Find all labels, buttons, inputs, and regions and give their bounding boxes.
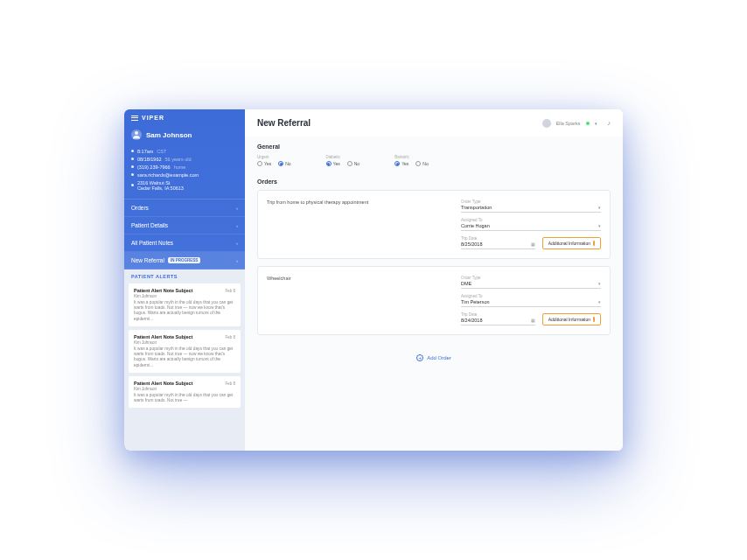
order-description: Trip from home to physical therapy appoi… bbox=[267, 200, 443, 205]
radio-option[interactable]: Yes bbox=[394, 161, 408, 166]
radio-group: DiabeticYesNo bbox=[326, 155, 360, 166]
info-time: 8:17amCST bbox=[131, 147, 238, 155]
brand-bar: VIPER bbox=[124, 109, 245, 126]
radio-icon bbox=[347, 161, 353, 166]
alert-body: It was a popular myth in the old days th… bbox=[134, 346, 235, 368]
radio-label: Bariatric bbox=[394, 155, 429, 159]
nav-orders[interactable]: Orders› bbox=[124, 200, 245, 217]
main-panel: New Referral Ella Sparks ▾ ♪ General Urg… bbox=[245, 109, 623, 451]
alert-author: Kim Johnson bbox=[134, 294, 235, 298]
radio-icon bbox=[415, 161, 421, 166]
radio-icon bbox=[257, 161, 262, 166]
clock-icon bbox=[131, 150, 134, 152]
chevron-right-icon: › bbox=[236, 258, 238, 263]
info-addr: 2316 Walnut StCedar Falls, IA 50613 bbox=[131, 178, 238, 192]
plus-circle-icon: + bbox=[416, 354, 423, 361]
alert-card[interactable]: Patient Alert Note SubjectFeb 8Kim Johns… bbox=[129, 284, 241, 326]
trip-date-field[interactable]: Trip Date8/25/2018▦ bbox=[461, 236, 535, 249]
chevron-down-icon: ▾ bbox=[598, 299, 601, 304]
person-icon bbox=[131, 130, 142, 140]
radio-label: Diabetic bbox=[326, 155, 360, 159]
radio-option[interactable]: No bbox=[415, 161, 428, 166]
radio-group: BariatricYesNo bbox=[394, 155, 429, 166]
alert-body: It was a popular myth in the old days th… bbox=[134, 300, 235, 322]
brand-name: VIPER bbox=[142, 115, 164, 121]
avatar bbox=[542, 119, 551, 128]
alert-date: Feb 8 bbox=[225, 382, 235, 386]
alert-icon bbox=[593, 241, 595, 246]
assigned-to-field[interactable]: Assigned ToTim Peterson▾ bbox=[461, 294, 601, 307]
chevron-down-icon: ▾ bbox=[598, 281, 601, 286]
order-card: WheelchairOrder TypeDME▾Assigned ToTim P… bbox=[257, 266, 611, 335]
alert-date: Feb 8 bbox=[225, 289, 235, 293]
calendar-icon: ▦ bbox=[531, 318, 535, 323]
page-title: New Referral bbox=[257, 118, 311, 128]
add-order-row: + Add Order bbox=[257, 342, 611, 368]
add-order-button[interactable]: + Add Order bbox=[416, 354, 451, 361]
info-dob: 08/18/196256 years old bbox=[131, 155, 238, 163]
nav-patient-details[interactable]: Patient Details› bbox=[124, 217, 245, 234]
pin-icon bbox=[131, 184, 134, 186]
calendar-icon: ▦ bbox=[531, 242, 535, 247]
order-type-field[interactable]: Order TypeDME▾ bbox=[461, 276, 601, 289]
mail-icon bbox=[131, 173, 134, 176]
general-section: UrgentYesNoDiabeticYesNoBariatricYesNo bbox=[257, 155, 611, 166]
radio-icon bbox=[278, 161, 283, 166]
alert-subject: Patient Alert Note Subject bbox=[134, 381, 192, 386]
order-description: Wheelchair bbox=[267, 276, 443, 281]
assigned-to-field[interactable]: Assigned ToCorrie Hogan▾ bbox=[461, 218, 601, 231]
radio-icon bbox=[326, 161, 332, 166]
radio-option[interactable]: Yes bbox=[257, 161, 271, 166]
patient-name: Sam Johnson bbox=[146, 131, 192, 139]
svg-point-0 bbox=[135, 131, 138, 135]
menu-icon[interactable] bbox=[131, 116, 138, 121]
chevron-down-icon: ▾ bbox=[598, 205, 601, 210]
orders-title: Orders bbox=[257, 178, 611, 185]
order-card: Trip from home to physical therapy appoi… bbox=[257, 190, 611, 259]
user-name: Ella Sparks bbox=[556, 121, 581, 126]
bell-icon[interactable]: ♪ bbox=[608, 120, 611, 126]
patient-alerts-section: PATIENT ALERTS Patient Alert Note Subjec… bbox=[124, 270, 245, 451]
radio-option[interactable]: No bbox=[278, 161, 290, 166]
sidebar-nav: Orders› Patient Details› All Patient Not… bbox=[124, 199, 245, 270]
alert-subject: Patient Alert Note Subject bbox=[134, 288, 192, 293]
patient-info: 8:17amCST 08/18/196256 years old (319) 2… bbox=[124, 147, 245, 199]
trip-date-field[interactable]: Trip Date8/24/2018▦ bbox=[461, 312, 535, 326]
nav-new-referral[interactable]: New ReferralIN PROGRESS› bbox=[124, 252, 245, 270]
alert-date: Feb 8 bbox=[225, 335, 235, 340]
info-email: sara.richards@example.com bbox=[131, 171, 238, 178]
alert-card[interactable]: Patient Alert Note SubjectFeb 8Kim Johns… bbox=[129, 376, 241, 408]
radio-group: UrgentYesNo bbox=[257, 155, 291, 166]
status-dot-icon bbox=[586, 122, 590, 125]
radio-option[interactable]: No bbox=[347, 161, 360, 166]
alert-body: It was a popular myth in the old days th… bbox=[134, 393, 235, 403]
content: General UrgentYesNoDiabeticYesNoBariatri… bbox=[245, 136, 623, 451]
chevron-right-icon: › bbox=[236, 241, 238, 246]
status-badge: IN PROGRESS bbox=[168, 257, 200, 263]
general-title: General bbox=[257, 144, 611, 150]
alerts-header: PATIENT ALERTS bbox=[124, 270, 245, 284]
info-phone: (319) 239-7966home bbox=[131, 163, 238, 171]
radio-icon bbox=[394, 161, 400, 166]
star-icon bbox=[131, 158, 134, 160]
app-window: VIPER Sam Johnson 8:17amCST 08/18/196256… bbox=[124, 109, 623, 451]
alert-author: Kim Johnson bbox=[134, 340, 235, 345]
alert-card[interactable]: Patient Alert Note SubjectFeb 8Kim Johns… bbox=[129, 330, 241, 373]
chevron-right-icon: › bbox=[236, 206, 238, 211]
order-type-field[interactable]: Order TypeTransportation▾ bbox=[461, 200, 601, 213]
additional-info-button[interactable]: Additional Information bbox=[542, 313, 601, 326]
patient-header: Sam Johnson bbox=[124, 126, 245, 147]
phone-icon bbox=[131, 165, 134, 168]
user-menu[interactable]: Ella Sparks ▾ ♪ bbox=[542, 119, 611, 128]
radio-label: Urgent bbox=[257, 155, 291, 159]
nav-patient-notes[interactable]: All Patient Notes› bbox=[124, 234, 245, 252]
sidebar: VIPER Sam Johnson 8:17amCST 08/18/196256… bbox=[124, 109, 245, 451]
alert-author: Kim Johnson bbox=[134, 387, 235, 391]
topbar: New Referral Ella Sparks ▾ ♪ bbox=[245, 109, 623, 136]
chevron-down-icon: ▾ bbox=[595, 121, 597, 126]
chevron-right-icon: › bbox=[236, 223, 238, 228]
chevron-down-icon: ▾ bbox=[598, 223, 601, 228]
alert-subject: Patient Alert Note Subject bbox=[134, 334, 192, 340]
additional-info-button[interactable]: Additional Information bbox=[542, 237, 601, 249]
radio-option[interactable]: Yes bbox=[326, 161, 340, 166]
